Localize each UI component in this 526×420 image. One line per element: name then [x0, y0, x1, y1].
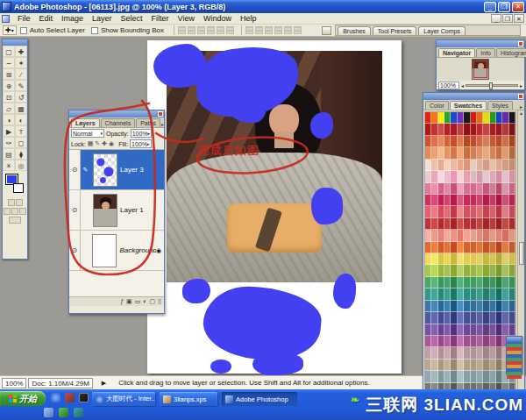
color-swatch[interactable] [483, 242, 489, 253]
color-swatch[interactable] [496, 242, 502, 253]
color-swatch[interactable] [425, 195, 431, 206]
color-swatch[interactable] [490, 136, 496, 147]
color-swatch[interactable] [458, 336, 464, 347]
color-swatch[interactable] [509, 112, 515, 124]
close-icon[interactable] [518, 41, 523, 46]
zoom-out-icon[interactable]: ◂ [461, 82, 464, 89]
eraser-tool[interactable]: ▱ [3, 103, 15, 114]
color-swatch[interactable] [431, 336, 437, 347]
close-icon[interactable] [158, 111, 163, 117]
color-swatch[interactable] [471, 312, 477, 324]
color-swatch[interactable] [509, 218, 515, 230]
color-swatch[interactable] [451, 230, 457, 241]
color-swatch[interactable] [438, 265, 444, 276]
layer-row-background[interactable]: ⊙Background◉ [69, 231, 164, 271]
color-swatch[interactable] [431, 347, 437, 359]
color-swatch[interactable] [496, 347, 502, 359]
align-icon[interactable] [178, 26, 186, 34]
hand-tool[interactable]: ✳ [3, 160, 15, 171]
color-swatch[interactable] [464, 265, 470, 276]
color-swatch[interactable] [438, 371, 444, 382]
color-swatch[interactable] [509, 277, 515, 288]
start-button[interactable]: 开始 [0, 391, 46, 406]
color-swatch[interactable] [431, 253, 437, 265]
color-swatch[interactable] [477, 324, 483, 336]
gradient-tool[interactable]: ▦ [15, 103, 27, 114]
color-swatch[interactable] [444, 347, 451, 359]
color-swatch[interactable] [425, 160, 431, 171]
swatches-tab-swatches[interactable]: Swatches [450, 101, 487, 110]
auto-select-layer-checkbox[interactable]: Auto Select Layer [20, 26, 85, 34]
lock-move-icon[interactable]: ✚ [102, 140, 107, 147]
color-swatch[interactable] [471, 277, 477, 288]
color-swatch[interactable] [438, 253, 444, 265]
color-swatch[interactable] [471, 206, 477, 217]
color-swatch[interactable] [458, 324, 464, 336]
color-swatch[interactable] [438, 277, 444, 288]
color-swatch[interactable] [425, 171, 431, 182]
color-swatch[interactable] [438, 336, 444, 347]
color-swatch[interactable] [496, 253, 502, 265]
color-swatch[interactable] [471, 371, 477, 382]
color-swatch[interactable] [444, 183, 451, 195]
color-swatch[interactable] [438, 312, 444, 324]
color-swatch[interactable] [431, 160, 437, 171]
color-swatch[interactable] [509, 195, 515, 206]
color-swatch[interactable] [477, 218, 483, 230]
document-canvas[interactable]: 完成后如图 [147, 40, 402, 374]
color-swatch[interactable] [464, 347, 470, 359]
taskbar-button-1[interactable]: 大图时代 - Inter... [92, 392, 155, 406]
color-swatch[interactable] [431, 324, 437, 336]
color-swatch[interactable] [496, 124, 502, 135]
menu-image[interactable]: Image [57, 13, 88, 24]
color-swatch[interactable] [477, 171, 483, 182]
color-swatch[interactable] [458, 347, 464, 359]
color-swatch[interactable] [444, 324, 451, 336]
color-swatch[interactable] [444, 147, 451, 159]
align-icon[interactable] [217, 26, 224, 34]
slice-tool[interactable]: ∕ [15, 68, 27, 80]
menu-window[interactable]: Window [199, 13, 236, 24]
color-swatch[interactable] [471, 136, 477, 147]
color-swatch[interactable] [496, 324, 502, 336]
distribute-buttons[interactable] [245, 26, 302, 34]
doc-close-button[interactable]: ✕ [514, 14, 524, 23]
distribute-icon[interactable] [284, 26, 292, 34]
color-swatch[interactable] [502, 312, 508, 324]
color-swatch[interactable] [509, 183, 515, 195]
color-swatch[interactable] [451, 371, 457, 382]
pen-tool[interactable]: ✑ [3, 137, 15, 148]
color-swatch[interactable] [451, 324, 457, 336]
color-swatch[interactable] [496, 277, 502, 288]
menu-edit[interactable]: Edit [35, 13, 58, 24]
current-tool-chip[interactable]: ✚▾ [3, 25, 17, 35]
color-swatch[interactable] [444, 359, 451, 371]
quicklaunch-ie-icon[interactable] [51, 393, 60, 402]
navigator-tab-navigator[interactable]: Navigator [438, 48, 475, 57]
color-swatch[interactable] [464, 160, 470, 171]
rectangular-marquee-tool[interactable]: ▢ [3, 46, 15, 57]
distribute-icon[interactable] [255, 26, 263, 34]
tray-icon[interactable] [44, 408, 53, 417]
color-swatch[interactable] [471, 124, 477, 135]
color-swatch[interactable] [502, 195, 508, 206]
color-swatch[interactable] [451, 265, 457, 276]
color-swatch[interactable] [483, 253, 489, 265]
color-swatch[interactable] [431, 265, 437, 276]
delete-layer-icon[interactable]: ▯ [158, 298, 161, 305]
color-swatch[interactable] [477, 288, 483, 300]
color-swatch[interactable] [458, 183, 464, 195]
color-swatch[interactable] [438, 112, 444, 124]
distribute-icon[interactable] [265, 26, 273, 34]
color-swatch[interactable] [458, 112, 464, 124]
color-swatch[interactable] [509, 324, 515, 336]
color-swatch[interactable] [425, 253, 431, 265]
color-swatch[interactable] [425, 288, 431, 300]
type-tool[interactable]: T [15, 125, 27, 137]
color-swatch[interactable] [438, 218, 444, 230]
color-swatch[interactable] [483, 160, 489, 171]
palette-title-bar[interactable] [69, 110, 164, 117]
imageready-button[interactable] [9, 217, 21, 224]
navigator-preview[interactable] [437, 58, 524, 81]
color-swatch[interactable] [458, 160, 464, 171]
